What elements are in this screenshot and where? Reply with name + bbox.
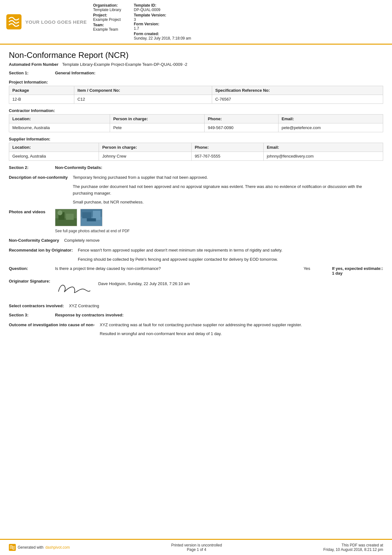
footer-center-line2: Page 1 of 4 bbox=[171, 547, 222, 552]
signature-meta: Dave Hodgson, Sunday, 22 July 2018, 7:26… bbox=[98, 279, 190, 286]
category-row: Non-Conformity Category Completely remov… bbox=[9, 237, 383, 244]
category-value: Completely remove bbox=[64, 237, 383, 244]
recommendation-line-2: Fencing should be collected by Pete's fe… bbox=[78, 256, 383, 263]
outcome-row: Outcome of investigation into cause of n… bbox=[9, 322, 383, 338]
signature-label: Originator Signature: bbox=[9, 279, 50, 284]
header-meta: Organisation: Template Library Project: … bbox=[93, 3, 386, 41]
project-row: Project: Example Project bbox=[93, 13, 121, 22]
photo-thumb-1 bbox=[55, 209, 77, 226]
photos-content: See full page photos attached at end of … bbox=[55, 209, 383, 234]
project-col-item: Item / Component No: bbox=[74, 86, 212, 95]
outcome-line-1: XYZ contracting was at fault for not con… bbox=[100, 322, 383, 328]
project-info-title: Project Information: bbox=[9, 80, 383, 84]
estimate-value: 1 day bbox=[332, 271, 342, 276]
logo-icon bbox=[6, 14, 21, 29]
form-created-row: Form created: Sunday, 22 July 2018, 7:18… bbox=[134, 32, 191, 41]
report-title: Non-Conformance Report (NCR) bbox=[9, 50, 383, 60]
contractor-email-value: pete@petefence.com bbox=[278, 123, 383, 132]
supplier-info-table: Location: Person in charge: Phone: Email… bbox=[9, 143, 383, 161]
signature-image bbox=[55, 279, 93, 300]
header-col-left: Organisation: Template Library Project: … bbox=[93, 3, 121, 41]
main-content: Non-Conformance Report (NCR) Automated F… bbox=[0, 45, 392, 539]
template-version-row: Template Version: 3 Form Version: 1.7 bbox=[134, 13, 191, 31]
supplier-person-value: Johnny Crew bbox=[99, 152, 191, 161]
section1-label: Section 1: bbox=[9, 71, 50, 75]
contractors-label: Select contractors involved: bbox=[9, 303, 64, 309]
question-label: Question: bbox=[9, 266, 50, 276]
form-number-value: Template Library-Example Project-Example… bbox=[62, 62, 187, 67]
supplier-col-phone: Phone: bbox=[191, 143, 263, 152]
section3-header: Section 3: Response by contractors invol… bbox=[9, 313, 383, 317]
footer-generated-text: Generated with bbox=[18, 545, 43, 550]
supplier-col-email: Email: bbox=[263, 143, 383, 152]
footer-center-line1: Printed version is uncontrolled bbox=[171, 543, 222, 547]
footer-logo-icon bbox=[9, 544, 16, 551]
project-spec-value: C-76567 bbox=[212, 95, 383, 104]
svg-rect-10 bbox=[87, 218, 96, 221]
logo-area: YOUR LOGO GOES HERE bbox=[6, 3, 87, 41]
description-line-3: Small purchase, but NCR nonetheless. bbox=[73, 199, 383, 206]
contractor-info-title: Contractor Information: bbox=[9, 108, 383, 113]
project-item-value: C12 bbox=[74, 95, 212, 104]
section2-header: Section 2: Non-Conformity Details: bbox=[9, 165, 383, 170]
section3-value: Response by contractors involved: bbox=[55, 313, 124, 317]
estimate-label: If yes, expected estimate:: bbox=[332, 266, 383, 271]
page: YOUR LOGO GOES HERE Organisation: Templa… bbox=[0, 0, 392, 555]
supplier-col-location: Location: bbox=[9, 143, 99, 152]
question-text: Is there a project time delay caused by … bbox=[55, 266, 294, 276]
contractor-col-email: Email: bbox=[278, 115, 383, 123]
project-col-package: Package bbox=[9, 86, 74, 95]
form-number-row: Automated Form Number Template Library-E… bbox=[9, 62, 383, 67]
description-line-1: Temporary fencing purchased from a suppl… bbox=[73, 174, 383, 181]
svg-point-5 bbox=[58, 210, 62, 215]
project-info-header-row: Package Item / Component No: Specificati… bbox=[9, 86, 383, 95]
supplier-info-title: Supplier Information: bbox=[9, 137, 383, 141]
photo-caption: See full page photos attached at end of … bbox=[55, 228, 383, 234]
photos-thumbnails bbox=[55, 209, 383, 226]
outcome-line-2: Resulted in wrongful and non-conformant … bbox=[100, 331, 383, 337]
description-line-2: The purchase order document had not been… bbox=[73, 184, 383, 197]
org-row: Organisation: Template Library bbox=[93, 3, 121, 12]
contractor-person-value: Pete bbox=[110, 123, 205, 132]
supplier-col-person: Person in charge: bbox=[99, 143, 191, 152]
category-label: Non-Conformity Category bbox=[9, 237, 59, 244]
svg-rect-8 bbox=[82, 212, 91, 218]
footer-right-line2: Friday, 10 August 2018, 8:21:12 pm bbox=[323, 547, 383, 552]
description-row: Description of non-conformity Temporary … bbox=[9, 174, 383, 206]
footer-left: Generated with dashpivot.com bbox=[9, 544, 70, 551]
description-value: Temporary fencing purchased from a suppl… bbox=[73, 174, 383, 206]
supplier-email-value: johnny@fencedlivery.com bbox=[263, 152, 383, 161]
template-id-row: Template ID: DP-QUAL-0009 bbox=[134, 3, 191, 12]
photos-row: Photos and videos bbox=[9, 209, 383, 234]
outcome-value: XYZ contracting was at fault for not con… bbox=[100, 322, 383, 338]
section1-value: General Information: bbox=[55, 71, 95, 75]
supplier-phone-value: 957-767-5555 bbox=[191, 152, 263, 161]
supplier-location-value: Geelong, Australia bbox=[9, 152, 99, 161]
section2-label: Section 2: bbox=[9, 165, 50, 170]
recommendation-line-1: Fence wasn't form approved supplier and … bbox=[78, 247, 383, 254]
footer-link[interactable]: dashpivot.com bbox=[45, 545, 70, 550]
section2-value: Non-Conformity Details: bbox=[55, 165, 102, 170]
contractor-phone-value: 949-567-0090 bbox=[205, 123, 278, 132]
header-col-right: Template ID: DP-QUAL-0009 Template Versi… bbox=[134, 3, 191, 41]
description-label: Description of non-conformity bbox=[9, 174, 68, 206]
contractor-location-value: Melbourne, Australia bbox=[9, 123, 110, 132]
section3-label: Section 3: bbox=[9, 313, 50, 317]
project-col-spec: Specification Reference No: bbox=[212, 86, 383, 95]
contractors-row: Select contractors involved: XYZ Contrac… bbox=[9, 303, 383, 309]
footer-center: Printed version is uncontrolled Page 1 o… bbox=[171, 543, 222, 552]
project-info-data-row: 12-B C12 C-76567 bbox=[9, 95, 383, 104]
photos-label: Photos and videos bbox=[9, 209, 50, 234]
logo-text: YOUR LOGO GOES HERE bbox=[25, 19, 87, 25]
contractor-info-table: Location: Person in charge: Phone: Email… bbox=[9, 114, 383, 132]
contractor-data-row: Melbourne, Australia Pete 949-567-0090 p… bbox=[9, 123, 383, 132]
recommendation-row: Recommendat ion by Originator: Fence was… bbox=[9, 247, 383, 263]
contractor-col-person: Person in charge: bbox=[110, 115, 205, 123]
header: YOUR LOGO GOES HERE Organisation: Templa… bbox=[0, 0, 392, 45]
outcome-label: Outcome of investigation into cause of n… bbox=[9, 322, 95, 338]
footer: Generated with dashpivot.com Printed ver… bbox=[0, 539, 392, 555]
supplier-header-row: Location: Person in charge: Phone: Email… bbox=[9, 143, 383, 152]
project-info-table: Package Item / Component No: Specificati… bbox=[9, 86, 383, 104]
contractor-col-location: Location: bbox=[9, 115, 110, 123]
signature-row: Originator Signature: Dave Hodgson, Sund… bbox=[9, 279, 383, 300]
